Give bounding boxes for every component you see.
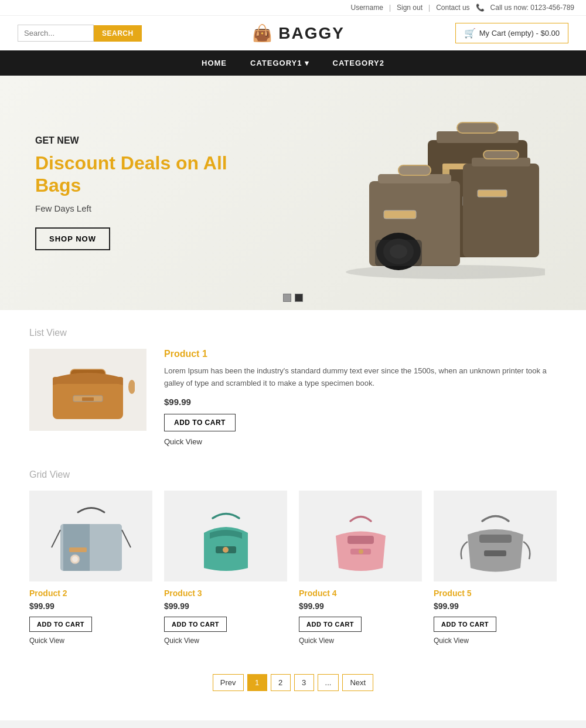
pagination-page-2[interactable]: 2 (271, 674, 291, 691)
hero-title: Discount Deals on All Bags (35, 152, 234, 197)
cart-label: My Cart (empty) - $0.00 (479, 29, 560, 38)
product1-image (29, 349, 146, 431)
pagination-ellipsis[interactable]: ... (318, 674, 339, 691)
pagination-next[interactable]: Next (342, 674, 373, 691)
nav-category1[interactable]: CATEGORY1 ▾ (250, 59, 309, 67)
pagination-prev[interactable]: Prev (213, 674, 244, 691)
svg-rect-13 (398, 165, 431, 175)
product1-price: $99.99 (164, 397, 557, 407)
product3-name: Product 3 (164, 588, 287, 598)
signout-link[interactable]: Sign out (397, 4, 423, 12)
svg-rect-2 (457, 123, 498, 133)
product1-name: Product 1 (164, 349, 557, 359)
phone-number: Call us now: 0123-456-789 (490, 4, 574, 12)
pagination-page-3[interactable]: 3 (294, 674, 314, 691)
hero-indicators (283, 294, 303, 302)
product4-price: $99.99 (299, 601, 422, 611)
grid-item-3: Product 3 $99.99 ADD TO CART Quick View (164, 491, 287, 645)
product1-bag-svg (41, 355, 135, 425)
product2-add-cart-button[interactable]: ADD TO CART (29, 617, 92, 632)
separator2: | (428, 4, 430, 12)
svg-point-19 (346, 265, 545, 279)
hero-bags-svg (275, 105, 545, 281)
hero-image (270, 99, 551, 287)
svg-rect-35 (347, 536, 374, 544)
main-nav: HOME CATEGORY1 ▾ CATEGORY2 (0, 50, 586, 76)
svg-point-37 (359, 549, 363, 554)
shop-now-button[interactable]: SHOP NOW (35, 227, 110, 250)
svg-rect-10 (478, 190, 507, 197)
hero-banner: GET NEW Discount Deals on All Bags Few D… (0, 76, 586, 310)
product5-name: Product 5 (434, 588, 557, 598)
nav-category2[interactable]: CATEGORY2 (333, 59, 384, 67)
product5-add-cart-button[interactable]: ADD TO CART (434, 617, 496, 632)
separator1: | (389, 4, 391, 12)
header: SEARCH 👜 BAGGY 🛒 My Cart (empty) - $0.00 (0, 16, 586, 50)
product3-add-cart-button[interactable]: ADD TO CART (164, 617, 227, 632)
svg-rect-28 (69, 547, 87, 552)
svg-rect-14 (384, 210, 416, 219)
product4-name: Product 4 (299, 588, 422, 598)
phone-icon: 📞 (476, 4, 485, 12)
product2-price: $99.99 (29, 601, 152, 611)
search-area: SEARCH (18, 25, 142, 42)
product1-quick-view[interactable]: Quick View (164, 437, 557, 446)
product5-bag-svg (450, 495, 541, 577)
hero-subtitle: Few Days Left (35, 203, 234, 213)
contact-link[interactable]: Contact us (436, 4, 469, 12)
svg-line-32 (122, 530, 131, 547)
product3-price: $99.99 (164, 601, 287, 611)
top-bar: Username | Sign out | Contact us 📞 Call … (0, 0, 586, 16)
product5-quick-view[interactable]: Quick View (434, 637, 557, 645)
logo-bag-icon: 👜 (252, 23, 274, 43)
grid-container: Product 2 $99.99 ADD TO CART Quick View … (29, 491, 557, 645)
dropdown-chevron-icon: ▾ (305, 59, 309, 67)
footer: Prestashop Theme Designed With TemplateT… (0, 720, 586, 728)
search-input[interactable] (18, 25, 94, 42)
list-item-1: Product 1 Lorem Ipsum has been the indus… (29, 349, 557, 446)
product2-bag-svg (46, 495, 137, 577)
product2-image (29, 491, 152, 581)
product4-bag-svg (315, 495, 406, 577)
svg-rect-39 (484, 550, 506, 556)
list-view-section: List View Product 1 Lorem Ipsum has been… (0, 310, 586, 464)
product3-bag-svg (180, 495, 271, 577)
svg-rect-18 (375, 240, 422, 266)
product1-add-cart-button[interactable]: ADD TO CART (164, 414, 236, 431)
product1-info: Product 1 Lorem Ipsum has been the indus… (164, 349, 557, 446)
svg-rect-7 (463, 164, 539, 257)
product1-desc: Lorem Ipsum has been the industry's stan… (164, 365, 557, 390)
logo-text: BAGGY (278, 24, 345, 43)
username-link[interactable]: Username (351, 4, 383, 12)
grid-view-title: Grid View (29, 470, 557, 480)
hero-text: GET NEW Discount Deals on All Bags Few D… (35, 135, 234, 251)
product5-price: $99.99 (434, 601, 557, 611)
product3-quick-view[interactable]: Quick View (164, 637, 287, 645)
product5-image (434, 491, 557, 581)
product4-quick-view[interactable]: Quick View (299, 637, 422, 645)
product3-image (164, 491, 287, 581)
svg-rect-24 (82, 397, 94, 401)
svg-rect-38 (479, 535, 512, 543)
product4-image (299, 491, 422, 581)
svg-point-30 (72, 556, 78, 562)
indicator-2[interactable] (295, 294, 303, 302)
product4-add-cart-button[interactable]: ADD TO CART (299, 617, 362, 632)
indicator-1[interactable] (283, 294, 291, 302)
grid-item-2: Product 2 $99.99 ADD TO CART Quick View (29, 491, 152, 645)
svg-rect-9 (483, 151, 519, 159)
product2-quick-view[interactable]: Quick View (29, 637, 152, 645)
svg-point-25 (128, 380, 135, 394)
hero-pre-title: GET NEW (35, 135, 234, 146)
logo[interactable]: 👜 BAGGY (252, 23, 345, 43)
grid-item-4: Product 4 $99.99 ADD TO CART Quick View (299, 491, 422, 645)
pagination-page-1[interactable]: 1 (247, 674, 267, 691)
nav-home[interactable]: HOME (202, 59, 227, 67)
svg-line-31 (52, 530, 60, 547)
list-view-title: List View (29, 328, 557, 338)
grid-view-section: Grid View Product 2 $99.99 ADD TO CA (0, 464, 586, 662)
cart-button[interactable]: 🛒 My Cart (empty) - $0.00 (455, 23, 568, 43)
search-button[interactable]: SEARCH (94, 25, 142, 42)
cart-icon: 🛒 (464, 28, 476, 39)
svg-point-34 (223, 547, 229, 553)
